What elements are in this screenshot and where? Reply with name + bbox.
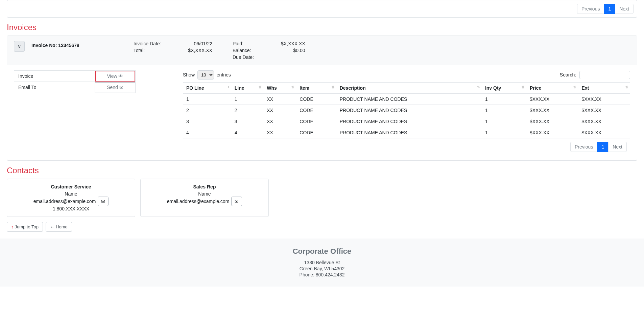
pagination-top: Previous 1 Next	[7, 0, 637, 17]
action-invoice-label: Invoice	[14, 71, 95, 82]
cell-whs: XX	[263, 105, 296, 116]
col-ext[interactable]: Ext	[578, 83, 630, 94]
cell-item: CODE	[296, 127, 336, 138]
envelope-icon: ✉	[119, 85, 123, 90]
search-control: Search:	[560, 71, 630, 79]
contacts-heading: Contacts	[7, 166, 637, 175]
col-item[interactable]: Item	[296, 83, 336, 94]
cell-whs: XX	[263, 94, 296, 105]
search-input[interactable]	[579, 71, 630, 79]
cell-poline: 2	[183, 105, 231, 116]
col-description[interactable]: Description	[336, 83, 482, 94]
cell-poline: 1	[183, 94, 231, 105]
cell-whs: XX	[263, 127, 296, 138]
col-line[interactable]: Line	[231, 83, 264, 94]
pagination-bottom: Previous 1 Next	[183, 138, 630, 155]
cell-invqty: 1	[482, 116, 526, 127]
cell-line: 1	[231, 94, 264, 105]
home-button[interactable]: ← Home	[46, 222, 72, 232]
cs-email: email.address@example.com	[33, 199, 96, 204]
show-entries-control: Show 10 entries	[183, 70, 231, 80]
invoice-duedate-label: Due Date:	[233, 54, 254, 60]
page-1-button-2[interactable]: 1	[597, 142, 609, 152]
cell-item: CODE	[296, 94, 336, 105]
collapse-toggle[interactable]: ∨	[14, 41, 25, 52]
page-1-button[interactable]: 1	[604, 4, 615, 14]
left-arrow-icon: ←	[50, 224, 54, 229]
next-button-2[interactable]: Next	[608, 142, 627, 152]
rep-title: Sales Rep	[146, 184, 263, 189]
cell-invqty: 1	[482, 94, 526, 105]
footer: Corporate Office 1330 Bellevue St Green …	[0, 239, 644, 287]
upper-card: Previous 1 Next	[7, 0, 637, 18]
cell-poline: 3	[183, 116, 231, 127]
entries-select[interactable]: 10	[197, 70, 214, 80]
invoice-balance-label: Balance:	[233, 48, 254, 53]
cell-invqty: 1	[482, 105, 526, 116]
rep-name: Name	[146, 191, 263, 197]
cell-ext: $XXX.XX	[578, 105, 630, 116]
cs-phone: 1.800.XXX.XXXX	[12, 206, 130, 211]
invoice-date-value: 06/01/22	[188, 41, 212, 46]
cell-description: PRODUCT NAME AND CODES	[336, 116, 482, 127]
cs-title: Customer Service	[12, 184, 130, 189]
sales-rep-card: Sales Rep Name email.address@example.com…	[140, 179, 269, 217]
invoice-paid-label: Paid:	[233, 41, 254, 46]
rep-mail-button[interactable]: ✉	[231, 197, 242, 206]
jump-to-top-button[interactable]: ↑ Jump to Top	[7, 222, 43, 232]
cell-line: 4	[231, 127, 264, 138]
entries-label: entries	[217, 72, 231, 77]
cell-item: CODE	[296, 116, 336, 127]
invoices-heading: Invoices	[7, 23, 637, 32]
next-button[interactable]: Next	[615, 4, 634, 14]
cell-ext: $XXX.XX	[578, 116, 630, 127]
cell-whs: XX	[263, 116, 296, 127]
footer-phone: Phone: 800.424.2432	[0, 272, 644, 277]
invoice-total-value: $X,XXX.XX	[188, 48, 212, 53]
invoice-date-label: Invoice Date:	[134, 41, 161, 46]
up-arrow-icon: ↑	[11, 224, 14, 229]
send-button[interactable]: Send ✉	[95, 82, 135, 92]
col-invqty[interactable]: Inv Qty	[482, 83, 526, 94]
view-button[interactable]: View 👁	[95, 71, 135, 82]
cell-price: $XXX.XX	[526, 127, 578, 138]
eye-icon: 👁	[118, 73, 123, 79]
table-row: 11XXCODEPRODUCT NAME AND CODES1$XXX.XX$X…	[183, 94, 630, 105]
invoice-detail: Show 10 entries Search: PO Line Line	[183, 70, 630, 155]
cs-mail-button[interactable]: ✉	[98, 197, 109, 206]
table-row: 22XXCODEPRODUCT NAME AND CODES1$XXX.XX$X…	[183, 105, 630, 116]
cell-item: CODE	[296, 105, 336, 116]
invoice-header: ∨ Invoice No: 12345678 Invoice Date: Tot…	[7, 36, 637, 65]
cell-description: PRODUCT NAME AND CODES	[336, 105, 482, 116]
search-label: Search:	[560, 72, 576, 77]
col-whs[interactable]: Whs	[263, 83, 296, 94]
invoice-card: ∨ Invoice No: 12345678 Invoice Date: Tot…	[7, 36, 637, 161]
line-items-table: PO Line Line Whs Item Description Inv Qt…	[183, 82, 630, 138]
table-row: 44XXCODEPRODUCT NAME AND CODES1$XXX.XX$X…	[183, 127, 630, 138]
prev-button[interactable]: Previous	[577, 4, 604, 14]
envelope-icon: ✉	[101, 199, 105, 204]
cs-name: Name	[12, 191, 130, 197]
cell-line: 2	[231, 105, 264, 116]
cell-invqty: 1	[482, 127, 526, 138]
footer-title: Corporate Office	[0, 247, 644, 256]
invoice-actions: Invoice View 👁 Email To Send ✉	[14, 70, 136, 155]
invoice-balance-value: $0.00	[281, 48, 305, 53]
invoice-total-label: Total:	[134, 48, 161, 53]
cell-ext: $XXX.XX	[578, 94, 630, 105]
prev-button-2[interactable]: Previous	[570, 142, 597, 152]
rep-email: email.address@example.com	[167, 199, 230, 204]
cell-price: $XXX.XX	[526, 116, 578, 127]
cell-line: 3	[231, 116, 264, 127]
col-poline[interactable]: PO Line	[183, 83, 231, 94]
cell-price: $XXX.XX	[526, 94, 578, 105]
cell-description: PRODUCT NAME AND CODES	[336, 94, 482, 105]
customer-service-card: Customer Service Name email.address@exam…	[7, 179, 135, 217]
footer-addr2: Green Bay, WI 54302	[0, 266, 644, 271]
cell-poline: 4	[183, 127, 231, 138]
show-label: Show	[183, 72, 195, 77]
invoice-paid-value: $X,XXX.XX	[281, 41, 305, 46]
col-price[interactable]: Price	[526, 83, 578, 94]
envelope-icon: ✉	[235, 199, 239, 204]
cell-description: PRODUCT NAME AND CODES	[336, 127, 482, 138]
